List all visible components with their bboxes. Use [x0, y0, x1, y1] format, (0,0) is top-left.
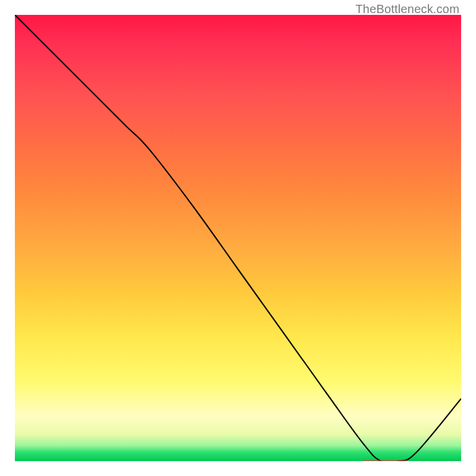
curve-svg — [15, 15, 461, 461]
bottleneck-chart: TheBottleneck.com — [0, 0, 476, 476]
bottleneck-curve — [15, 15, 461, 461]
plot-area — [15, 15, 461, 461]
watermark-text: TheBottleneck.com — [355, 2, 459, 16]
